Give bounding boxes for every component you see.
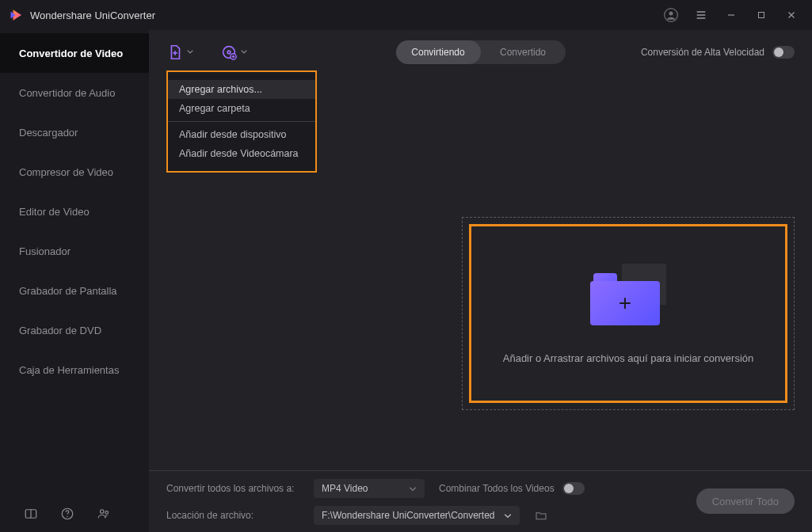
add-folder-icon: +: [590, 264, 666, 325]
sidebar-item-toolbox[interactable]: Caja de Herramientas: [0, 350, 149, 390]
tab-converted[interactable]: Convertido: [481, 40, 566, 64]
add-file-button[interactable]: Agregar archivos... Agregar carpeta Añad…: [166, 44, 193, 61]
toolbar: Agregar archivos... Agregar carpeta Añad…: [149, 30, 812, 74]
menu-icon[interactable]: [690, 4, 712, 26]
dropzone-text: Añadir o Arrastrar archivos aquí para in…: [503, 352, 753, 364]
app-logo-icon: [10, 8, 24, 22]
output-path-value: F:\Wondershare UniConverter\Converted: [322, 510, 495, 521]
svg-point-9: [227, 51, 231, 54]
app-title: Wondershare UniConverter: [30, 10, 155, 21]
open-folder-icon[interactable]: [534, 509, 548, 522]
minimize-icon[interactable]: [720, 4, 742, 26]
output-format-select[interactable]: MP4 Video: [314, 479, 425, 498]
maximize-icon[interactable]: [750, 4, 772, 26]
sidebar: Convertidor de Video Convertidor de Audi…: [0, 30, 149, 532]
chevron-down-icon: [504, 510, 512, 521]
tab-converting[interactable]: Convirtiendo: [396, 40, 481, 64]
convert-all-label: Convertir todos los archivos a:: [166, 483, 299, 494]
sidebar-item-screen-recorder[interactable]: Grabador de Pantalla: [0, 271, 149, 310]
load-dvd-button[interactable]: [220, 44, 247, 61]
svg-point-5: [67, 516, 68, 518]
tab-switch: Convirtiendo Convertido: [396, 40, 566, 64]
sidebar-item-video-converter[interactable]: Convertidor de Video: [0, 33, 149, 73]
account-icon[interactable]: [660, 4, 682, 26]
combine-toggle[interactable]: [562, 482, 585, 495]
dropzone-border: + Añadir o Arrastrar archivos aquí para …: [462, 217, 795, 410]
convert-all-button[interactable]: Convertir Todo: [696, 488, 795, 514]
combine-label: Combinar Todos los Videos: [439, 483, 555, 494]
sidebar-item-compressor[interactable]: Compresor de Video: [0, 152, 149, 192]
output-format-value: MP4 Video: [322, 483, 368, 494]
svg-point-1: [669, 11, 673, 15]
svg-point-7: [105, 511, 109, 515]
sidebar-item-audio-converter[interactable]: Convertidor de Audio: [0, 73, 149, 112]
bottom-bar: Convertir todos los archivos a: MP4 Vide…: [149, 470, 812, 532]
chevron-down-icon: [409, 483, 417, 494]
svg-rect-2: [759, 13, 764, 18]
community-icon[interactable]: [97, 507, 111, 521]
help-icon[interactable]: [60, 507, 74, 521]
high-speed-toggle[interactable]: [772, 46, 795, 59]
dropzone[interactable]: + Añadir o Arrastrar archivos aquí para …: [469, 224, 787, 403]
close-icon[interactable]: [780, 4, 802, 26]
sidebar-item-editor[interactable]: Editor de Video: [0, 192, 149, 231]
sidebar-item-downloader[interactable]: Descargador: [0, 112, 149, 152]
location-label: Locación de archivo:: [166, 510, 299, 521]
svg-point-6: [101, 510, 105, 514]
high-speed-label: Conversión de Alta Velocidad: [641, 47, 764, 58]
tutorial-icon[interactable]: [24, 507, 38, 521]
sidebar-item-merger[interactable]: Fusionador: [0, 231, 149, 271]
output-path-field[interactable]: F:\Wondershare UniConverter\Converted: [314, 506, 520, 525]
sidebar-item-dvd-burner[interactable]: Grabador de DVD: [0, 310, 149, 350]
